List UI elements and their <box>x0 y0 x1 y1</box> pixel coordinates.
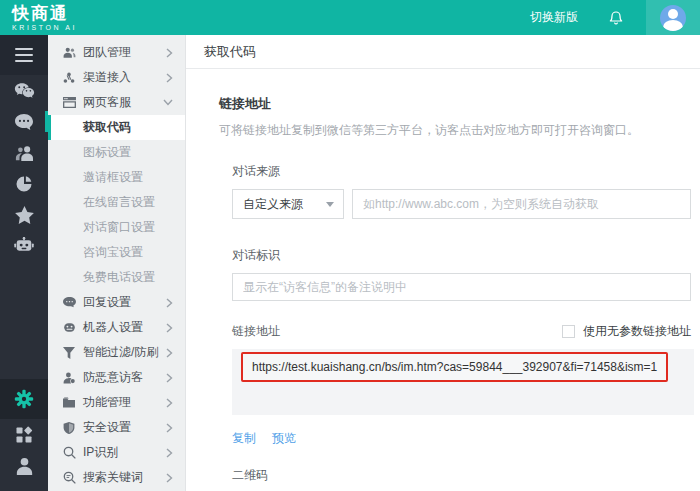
chevron-right-icon <box>166 448 173 458</box>
sidebar-item-robot-settings[interactable]: 机器人设置 <box>48 315 185 340</box>
rail-item-stats[interactable] <box>0 168 48 199</box>
chevron-right-icon <box>166 48 173 58</box>
sidebar-item-label: 智能过滤/防刷 <box>83 344 158 361</box>
chevron-right-icon <box>166 298 173 308</box>
qrcode-group: 二维码 立即生成 <box>232 467 692 491</box>
sidebar-item-get-code[interactable]: 获取代码 <box>48 115 185 140</box>
sidebar-item-team-management[interactable]: 团队管理 <box>48 40 185 65</box>
pie-chart-icon <box>15 175 33 193</box>
rail-spacer <box>0 261 48 379</box>
top-bar: 快商通 KRISTON AI 切换新版 <box>0 0 700 35</box>
reply-chat-icon <box>62 296 76 310</box>
user-avatar <box>660 5 686 31</box>
sidebar-item-label: 搜索关键词 <box>83 469 143 486</box>
chevron-right-icon <box>166 473 173 483</box>
rail-item-settings[interactable] <box>0 379 48 419</box>
rail-item-wechat[interactable] <box>0 75 48 106</box>
chevron-right-icon <box>166 323 173 333</box>
sidebar-item-web-service[interactable]: 网页客服 <box>48 90 185 115</box>
sidebar-item-label: IP识别 <box>83 444 118 461</box>
chevron-right-icon <box>166 398 173 408</box>
no-param-checkbox[interactable] <box>562 325 575 338</box>
sidebar-item-label: 功能管理 <box>83 394 131 411</box>
gear-icon <box>14 389 34 409</box>
link-address-row: 链接地址 使用无参数链接地址 <box>232 323 691 340</box>
app-window: 快商通 KRISTON AI 切换新版 <box>0 0 700 491</box>
link-actions: 复制 预览 <box>232 430 692 447</box>
ip-search-icon <box>62 446 76 460</box>
menu-toggle-button[interactable] <box>0 35 48 75</box>
chevron-right-icon <box>166 73 173 83</box>
chat-bubble-icon <box>14 113 34 131</box>
app-body: 团队管理 渠道接入 网页客服 获取代码 图标设置 邀请框设置 <box>0 35 700 491</box>
folder-icon <box>62 396 76 410</box>
sidebar-item-channel-access[interactable]: 渠道接入 <box>48 65 185 90</box>
rail-pad <box>0 481 48 491</box>
qrcode-label: 二维码 <box>232 467 692 484</box>
notification-bell-icon[interactable] <box>608 10 624 26</box>
brand-title: 快商通 <box>12 5 77 22</box>
sidebar-item-ip-recognition[interactable]: IP识别 <box>48 440 185 465</box>
sidebar-item-label: 团队管理 <box>83 44 131 61</box>
sidebar-item-anti-malicious[interactable]: 防恶意访客 <box>48 365 185 390</box>
rail-item-favorites[interactable] <box>0 199 48 230</box>
sidebar-item-free-call-settings[interactable]: 免费电话设置 <box>48 265 185 290</box>
robot-small-icon <box>62 321 76 335</box>
brand-subtitle: KRISTON AI <box>12 24 77 31</box>
section-description: 可将链接地址复制到微信等第三方平台，访客点击对应地方即可打开咨询窗口。 <box>219 122 692 139</box>
no-param-checkbox-wrap[interactable]: 使用无参数链接地址 <box>562 323 691 340</box>
sidebar-item-label: 邀请框设置 <box>83 169 143 186</box>
sidebar-item-dialog-window-settings[interactable]: 对话窗口设置 <box>48 215 185 240</box>
sidebar-item-search-keywords[interactable]: 搜索关键词 <box>48 465 185 490</box>
source-url-input[interactable] <box>352 189 691 219</box>
robot-icon <box>14 237 34 254</box>
sidebar-item-invite-box-settings[interactable]: 邀请框设置 <box>48 165 185 190</box>
rail-item-agents[interactable] <box>0 137 48 168</box>
select-caret-icon <box>326 202 334 207</box>
grid-apps-icon <box>15 426 33 444</box>
sidebar-item-label: 咨询宝设置 <box>83 244 143 261</box>
copy-link-button[interactable]: 复制 <box>232 430 256 447</box>
source-type-select[interactable]: 自定义来源 <box>232 189 344 219</box>
rail-item-apps[interactable] <box>0 419 48 450</box>
dialog-source-group: 对话来源 自定义来源 <box>232 163 692 219</box>
sidebar-item-function-management[interactable]: 功能管理 <box>48 390 185 415</box>
sidebar-item-icon-settings[interactable]: 图标设置 <box>48 140 185 165</box>
module-rail <box>0 35 48 491</box>
user-menu[interactable] <box>646 0 700 35</box>
sidebar-item-label: 获取代码 <box>83 119 131 136</box>
link-form: 对话来源 自定义来源 对话标识 <box>219 163 692 491</box>
link-url-panel: https://test.kuaishang.cn/bs/im.htm?cas=… <box>232 349 694 415</box>
page-header: 获取代码 <box>186 35 700 69</box>
chevron-right-icon <box>166 373 173 383</box>
sidebar-item-online-message-settings[interactable]: 在线留言设置 <box>48 190 185 215</box>
agents-icon <box>14 144 34 162</box>
keyword-search-icon <box>62 471 76 485</box>
url-highlight-annotation: https://test.kuaishang.cn/bs/im.htm?cas=… <box>241 352 668 382</box>
topbar-right: 切换新版 <box>530 0 700 35</box>
chevron-right-icon <box>166 423 173 433</box>
sidebar-item-label: 图标设置 <box>83 144 131 161</box>
sidebar-item-smart-filter[interactable]: 智能过滤/防刷 <box>48 340 185 365</box>
no-param-checkbox-label: 使用无参数链接地址 <box>583 323 691 340</box>
page-content: 链接地址 可将链接地址复制到微信等第三方平台，访客点击对应地方即可打开咨询窗口。… <box>186 69 700 491</box>
browser-window-icon <box>62 96 76 110</box>
rail-item-robot[interactable] <box>0 230 48 261</box>
preview-link-button[interactable]: 预览 <box>272 430 296 447</box>
dialog-source-label: 对话来源 <box>232 163 692 180</box>
main-panel: 获取代码 链接地址 可将链接地址复制到微信等第三方平台，访客点击对应地方即可打开… <box>186 35 700 491</box>
sidebar-item-security-settings[interactable]: 安全设置 <box>48 415 185 440</box>
sidebar-item-label: 免费电话设置 <box>83 269 155 286</box>
link-url-text[interactable]: https://test.kuaishang.cn/bs/im.htm?cas=… <box>243 360 666 374</box>
sidebar-menu: 团队管理 渠道接入 网页客服 获取代码 图标设置 邀请框设置 <box>48 35 186 491</box>
rail-item-chat[interactable] <box>0 106 48 137</box>
dialog-id-input[interactable] <box>232 273 691 301</box>
hamburger-icon <box>15 48 33 62</box>
sidebar-item-label: 渠道接入 <box>83 69 131 86</box>
rail-item-account[interactable] <box>0 450 48 481</box>
sidebar-item-reply-settings[interactable]: 回复设置 <box>48 290 185 315</box>
funnel-icon <box>62 346 76 360</box>
wechat-icon <box>14 82 35 100</box>
sidebar-item-zixunbao-settings[interactable]: 咨询宝设置 <box>48 240 185 265</box>
switch-version-link[interactable]: 切换新版 <box>530 9 578 26</box>
